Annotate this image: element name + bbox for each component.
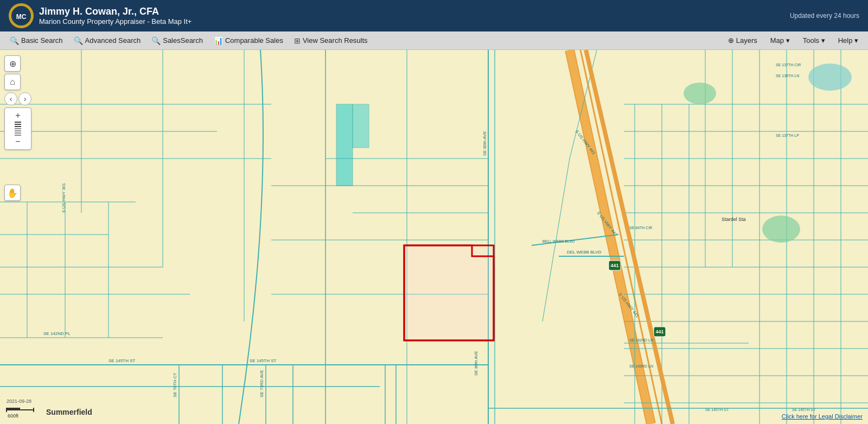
svg-text:SE 137TH CIR: SE 137TH CIR (776, 63, 801, 67)
nav-sales-search-label: SalesSearch (163, 36, 203, 45)
logo: MC (9, 3, 34, 28)
svg-marker-99 (404, 245, 494, 340)
zoom-tick (15, 130, 21, 131)
legal-disclaimer[interactable]: Click here for Legal Disclaimer (782, 413, 863, 420)
nav-tools-btn[interactable]: Tools ▾ (797, 35, 831, 46)
svg-text:600ft: 600ft (8, 413, 19, 419)
svg-text:MC: MC (16, 13, 27, 21)
svg-rect-17 (336, 104, 353, 186)
nav-sales-search[interactable]: 🔍 SalesSearch (146, 34, 208, 47)
search-icon-basic: 🔍 (10, 36, 19, 45)
nav-help-btn[interactable]: Help ▾ (833, 35, 864, 46)
svg-text:SE 142ND LN: SE 142ND LN (629, 338, 653, 342)
svg-text:SE 73RD AVE: SE 73RD AVE (259, 370, 264, 397)
svg-point-65 (762, 216, 800, 243)
svg-text:DEL WEBB BLVD: DEL WEBB BLVD (567, 250, 602, 255)
map-container[interactable]: 441 441 SE 80th AVE SE 80th AVE S US HWY… (0, 50, 868, 424)
nav-basic-search[interactable]: 🔍 Basic Search (4, 34, 68, 47)
svg-text:SE 142ND PL: SE 142ND PL (43, 331, 71, 336)
grid-icon: ⊞ (294, 36, 301, 45)
svg-text:SE 70TH CT: SE 70TH CT (173, 373, 177, 397)
svg-rect-103 (7, 408, 20, 410)
svg-point-63 (684, 83, 716, 104)
svg-rect-2 (0, 50, 868, 424)
header: MC Jimmy H. Cowan, Jr., CFA Marion Count… (0, 0, 868, 31)
header-subtitle: Marion County Property Appraiser - Beta … (39, 17, 192, 26)
svg-text:SE 143RD LN: SE 143RD LN (629, 364, 653, 368)
layers-icon: ⊕ (728, 36, 734, 45)
svg-text:441: 441 (655, 329, 663, 334)
svg-text:SE 80th AVE: SE 80th AVE (482, 131, 487, 156)
nav-help-label: Help ▾ (838, 36, 858, 45)
chart-icon: 📊 (214, 36, 223, 45)
svg-text:SE 136TH LN: SE 136TH LN (776, 74, 799, 78)
svg-text:S US HWY 301: S US HWY 301 (61, 182, 66, 213)
nav-arrows: ‹ › (4, 92, 31, 105)
zoom-tick (15, 128, 21, 129)
zoom-tick (15, 122, 21, 123)
nav-comparable-sales-label: Comparable Sales (225, 36, 283, 45)
nav-layers-btn[interactable]: ⊕ Layers (723, 35, 763, 46)
svg-text:Summerfield: Summerfield (46, 408, 92, 416)
search-icon-advanced: 🔍 (74, 36, 83, 45)
prev-btn[interactable]: ‹ (4, 92, 17, 105)
nav-view-search-results[interactable]: ⊞ View Search Results (289, 34, 373, 47)
zoom-out-btn[interactable]: − (12, 136, 23, 147)
svg-text:SE 145TH ST: SE 145TH ST (250, 358, 276, 363)
next-btn[interactable]: › (18, 92, 31, 105)
svg-text:441: 441 (610, 263, 618, 268)
nav-layers-label: Layers (736, 36, 757, 45)
hand-tool-btn[interactable]: ✋ (4, 185, 21, 201)
header-name: Jimmy H. Cowan, Jr., CFA (39, 6, 192, 17)
nav-right: ⊕ Layers Map ▾ Tools ▾ Help ▾ (723, 35, 864, 46)
zoom-tick (15, 126, 21, 127)
svg-text:SE 80th AVE: SE 80th AVE (474, 351, 478, 376)
header-title: Jimmy H. Cowan, Jr., CFA Marion County P… (39, 6, 192, 26)
svg-text:BELL WEBB BLVD: BELL WEBB BLVD (542, 239, 575, 243)
nav-advanced-search-label: Advanced Search (85, 36, 141, 45)
nav-tools-label: Tools ▾ (803, 36, 825, 45)
svg-text:Stardel Sta: Stardel Sta (722, 217, 746, 222)
svg-text:2021-09-28: 2021-09-28 (7, 398, 31, 404)
zoom-slider[interactable]: + − (4, 107, 31, 150)
zoom-tick (15, 124, 21, 125)
svg-rect-18 (353, 104, 369, 148)
header-updated: Updated every 24 hours (790, 12, 859, 20)
navbar: 🔍 Basic Search 🔍 Advanced Search 🔍 Sales… (0, 31, 868, 50)
svg-text:SE 145TH ST: SE 145TH ST (108, 358, 135, 363)
nav-basic-search-label: Basic Search (21, 36, 63, 45)
nav-comparable-sales[interactable]: 📊 Comparable Sales (208, 34, 289, 47)
search-icon-sales: 🔍 (151, 36, 161, 45)
nav-map-label: Map ▾ (770, 36, 790, 45)
nav-view-search-results-label: View Search Results (303, 36, 368, 45)
map-controls: ⊕ ⌂ ‹ › + − ✋ (4, 55, 31, 201)
home-btn[interactable]: ⌂ (4, 74, 21, 90)
map-svg: 441 441 SE 80th AVE SE 80th AVE S US HWY… (0, 50, 868, 424)
svg-point-64 (808, 64, 852, 91)
zoom-tick (15, 135, 21, 136)
svg-text:SE 137TH LP: SE 137TH LP (776, 134, 799, 137)
zoom-tick (15, 132, 21, 134)
zoom-in-btn[interactable]: + (12, 110, 23, 121)
nav-advanced-search[interactable]: 🔍 Advanced Search (68, 34, 146, 47)
crosshair-btn[interactable]: ⊕ (4, 55, 21, 72)
nav-map-btn[interactable]: Map ▾ (765, 35, 795, 46)
svg-text:SE 84TH CIR: SE 84TH CIR (629, 226, 652, 230)
